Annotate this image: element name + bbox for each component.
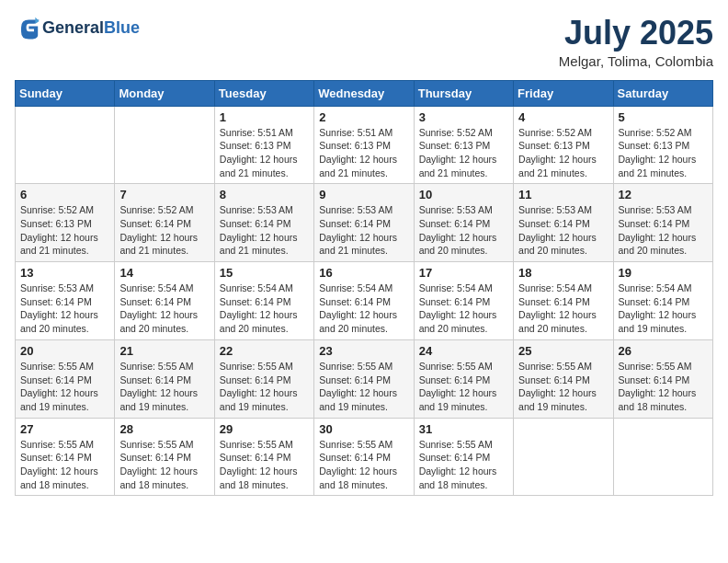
calendar-cell: 21Sunrise: 5:55 AM Sunset: 6:14 PM Dayli… (115, 339, 214, 418)
calendar-cell: 25Sunrise: 5:55 AM Sunset: 6:14 PM Dayli… (514, 339, 613, 418)
week-row-1: 1Sunrise: 5:51 AM Sunset: 6:13 PM Daylig… (16, 106, 713, 184)
day-info: Sunrise: 5:55 AM Sunset: 6:14 PM Dayligh… (518, 360, 608, 414)
calendar-title: July 2025 (559, 15, 713, 52)
day-number: 22 (220, 344, 309, 358)
day-info: Sunrise: 5:53 AM Sunset: 6:14 PM Dayligh… (20, 282, 109, 336)
day-info: Sunrise: 5:54 AM Sunset: 6:14 PM Dayligh… (518, 282, 608, 336)
calendar-cell: 9Sunrise: 5:53 AM Sunset: 6:14 PM Daylig… (314, 184, 414, 262)
day-info: Sunrise: 5:53 AM Sunset: 6:14 PM Dayligh… (319, 203, 408, 258)
calendar-cell (514, 418, 613, 496)
day-info: Sunrise: 5:55 AM Sunset: 6:14 PM Dayligh… (119, 360, 209, 414)
calendar-cell: 15Sunrise: 5:54 AM Sunset: 6:14 PM Dayli… (214, 262, 313, 340)
day-info: Sunrise: 5:52 AM Sunset: 6:13 PM Dayligh… (518, 126, 608, 180)
day-info: Sunrise: 5:55 AM Sunset: 6:14 PM Dayligh… (220, 438, 309, 492)
calendar-cell: 7Sunrise: 5:52 AM Sunset: 6:14 PM Daylig… (115, 184, 214, 262)
day-number: 7 (119, 188, 209, 201)
day-number: 9 (319, 188, 408, 201)
calendar-cell: 8Sunrise: 5:53 AM Sunset: 6:14 PM Daylig… (214, 184, 313, 262)
day-info: Sunrise: 5:55 AM Sunset: 6:14 PM Dayligh… (20, 360, 109, 414)
day-number: 30 (319, 422, 408, 436)
calendar-cell (115, 106, 214, 184)
header-friday: Friday (514, 80, 613, 106)
day-number: 23 (319, 344, 408, 358)
day-number: 4 (518, 110, 608, 124)
day-number: 14 (119, 266, 209, 280)
calendar-cell (16, 106, 115, 184)
page-header: GeneralBlue July 2025 Melgar, Tolima, Co… (15, 15, 713, 69)
day-number: 5 (619, 110, 708, 124)
logo: GeneralBlue (15, 15, 140, 40)
day-info: Sunrise: 5:55 AM Sunset: 6:14 PM Dayligh… (220, 360, 309, 414)
calendar-cell: 5Sunrise: 5:52 AM Sunset: 6:13 PM Daylig… (613, 106, 712, 184)
day-number: 10 (419, 188, 508, 201)
calendar-cell: 22Sunrise: 5:55 AM Sunset: 6:14 PM Dayli… (214, 339, 313, 418)
day-number: 16 (319, 266, 408, 280)
calendar-cell: 24Sunrise: 5:55 AM Sunset: 6:14 PM Dayli… (414, 339, 513, 418)
day-info: Sunrise: 5:52 AM Sunset: 6:13 PM Dayligh… (20, 203, 109, 258)
day-info: Sunrise: 5:54 AM Sunset: 6:14 PM Dayligh… (419, 282, 508, 336)
day-number: 18 (518, 266, 608, 280)
day-info: Sunrise: 5:54 AM Sunset: 6:14 PM Dayligh… (220, 282, 309, 336)
day-number: 20 (20, 344, 109, 358)
week-row-4: 20Sunrise: 5:55 AM Sunset: 6:14 PM Dayli… (16, 339, 713, 418)
day-info: Sunrise: 5:53 AM Sunset: 6:14 PM Dayligh… (518, 203, 608, 258)
header-monday: Monday (115, 80, 214, 106)
day-info: Sunrise: 5:55 AM Sunset: 6:14 PM Dayligh… (419, 360, 508, 414)
day-number: 26 (619, 344, 708, 358)
calendar-cell: 6Sunrise: 5:52 AM Sunset: 6:13 PM Daylig… (16, 184, 115, 262)
calendar-cell: 23Sunrise: 5:55 AM Sunset: 6:14 PM Dayli… (314, 339, 414, 418)
header-wednesday: Wednesday (314, 80, 414, 106)
day-number: 31 (419, 422, 508, 436)
day-number: 25 (518, 344, 608, 358)
calendar-cell: 10Sunrise: 5:53 AM Sunset: 6:14 PM Dayli… (414, 184, 513, 262)
day-info: Sunrise: 5:55 AM Sunset: 6:14 PM Dayligh… (119, 438, 209, 492)
calendar-cell: 3Sunrise: 5:52 AM Sunset: 6:13 PM Daylig… (414, 106, 513, 184)
calendar-cell: 19Sunrise: 5:54 AM Sunset: 6:14 PM Dayli… (613, 262, 712, 340)
calendar-header-row: SundayMondayTuesdayWednesdayThursdayFrid… (16, 80, 713, 106)
day-number: 21 (119, 344, 209, 358)
header-thursday: Thursday (414, 80, 513, 106)
day-number: 13 (20, 266, 109, 280)
calendar-cell: 2Sunrise: 5:51 AM Sunset: 6:13 PM Daylig… (314, 106, 414, 184)
calendar-table: SundayMondayTuesdayWednesdayThursdayFrid… (15, 80, 713, 497)
week-row-2: 6Sunrise: 5:52 AM Sunset: 6:13 PM Daylig… (16, 184, 713, 262)
calendar-cell: 28Sunrise: 5:55 AM Sunset: 6:14 PM Dayli… (115, 418, 214, 496)
logo-icon (15, 15, 40, 40)
day-number: 1 (220, 110, 309, 124)
day-number: 17 (419, 266, 508, 280)
title-block: July 2025 Melgar, Tolima, Colombia (559, 15, 713, 69)
day-info: Sunrise: 5:55 AM Sunset: 6:14 PM Dayligh… (619, 360, 708, 414)
calendar-cell: 18Sunrise: 5:54 AM Sunset: 6:14 PM Dayli… (514, 262, 613, 340)
calendar-cell: 11Sunrise: 5:53 AM Sunset: 6:14 PM Dayli… (514, 184, 613, 262)
header-sunday: Sunday (16, 80, 115, 106)
calendar-cell: 1Sunrise: 5:51 AM Sunset: 6:13 PM Daylig… (214, 106, 313, 184)
calendar-cell: 12Sunrise: 5:53 AM Sunset: 6:14 PM Dayli… (613, 184, 712, 262)
day-info: Sunrise: 5:52 AM Sunset: 6:13 PM Dayligh… (619, 126, 708, 180)
day-info: Sunrise: 5:54 AM Sunset: 6:14 PM Dayligh… (619, 282, 708, 336)
day-info: Sunrise: 5:53 AM Sunset: 6:14 PM Dayligh… (419, 203, 508, 258)
calendar-cell: 17Sunrise: 5:54 AM Sunset: 6:14 PM Dayli… (414, 262, 513, 340)
day-info: Sunrise: 5:53 AM Sunset: 6:14 PM Dayligh… (619, 203, 708, 258)
day-info: Sunrise: 5:51 AM Sunset: 6:13 PM Dayligh… (220, 126, 309, 180)
day-number: 6 (20, 188, 109, 201)
calendar-cell: 30Sunrise: 5:55 AM Sunset: 6:14 PM Dayli… (314, 418, 414, 496)
day-info: Sunrise: 5:52 AM Sunset: 6:14 PM Dayligh… (119, 203, 209, 258)
logo-text: GeneralBlue (42, 18, 140, 38)
calendar-cell (613, 418, 712, 496)
calendar-cell: 26Sunrise: 5:55 AM Sunset: 6:14 PM Dayli… (613, 339, 712, 418)
day-number: 15 (220, 266, 309, 280)
calendar-cell: 13Sunrise: 5:53 AM Sunset: 6:14 PM Dayli… (16, 262, 115, 340)
calendar-location: Melgar, Tolima, Colombia (559, 53, 713, 69)
day-info: Sunrise: 5:55 AM Sunset: 6:14 PM Dayligh… (419, 438, 508, 492)
calendar-cell: 16Sunrise: 5:54 AM Sunset: 6:14 PM Dayli… (314, 262, 414, 340)
day-number: 12 (619, 188, 708, 201)
calendar-cell: 31Sunrise: 5:55 AM Sunset: 6:14 PM Dayli… (414, 418, 513, 496)
day-info: Sunrise: 5:51 AM Sunset: 6:13 PM Dayligh… (319, 126, 408, 180)
calendar-cell: 14Sunrise: 5:54 AM Sunset: 6:14 PM Dayli… (115, 262, 214, 340)
header-tuesday: Tuesday (214, 80, 313, 106)
logo-blue: Blue (104, 18, 140, 37)
day-number: 8 (220, 188, 309, 201)
day-number: 24 (419, 344, 508, 358)
day-number: 11 (518, 188, 608, 201)
logo-general: General (42, 18, 104, 37)
